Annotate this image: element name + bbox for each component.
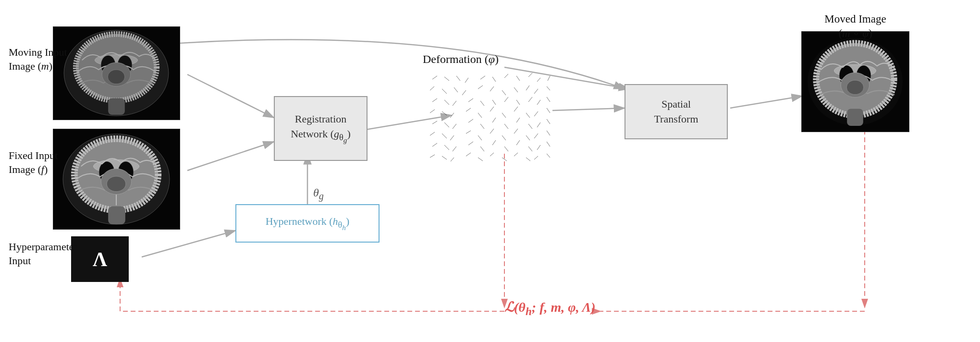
svg-line-49	[430, 86, 434, 90]
diagram-container: Moving Input Image (m) Fixed Input Image…	[0, 0, 980, 342]
svg-line-10	[142, 231, 235, 257]
svg-line-50	[442, 89, 447, 94]
svg-line-114	[547, 142, 550, 147]
svg-line-78	[514, 107, 518, 111]
svg-line-84	[453, 124, 456, 129]
svg-line-56	[514, 87, 518, 92]
svg-line-42	[480, 76, 485, 79]
svg-line-86	[480, 124, 484, 129]
svg-line-119	[478, 158, 483, 161]
svg-line-83	[444, 122, 449, 127]
svg-line-43	[492, 77, 496, 82]
svg-line-100	[514, 129, 518, 134]
svg-line-39	[444, 77, 449, 81]
svg-line-81	[547, 108, 550, 113]
svg-line-101	[526, 135, 530, 140]
svg-line-102	[534, 134, 538, 138]
svg-rect-23	[108, 98, 125, 115]
svg-line-95	[450, 135, 454, 140]
svg-line-55	[502, 90, 506, 95]
svg-line-97	[478, 135, 482, 140]
svg-rect-35	[108, 206, 125, 224]
svg-line-48	[548, 76, 550, 81]
svg-line-115	[430, 155, 435, 158]
svg-line-104	[432, 143, 437, 147]
svg-line-116	[442, 156, 447, 159]
svg-line-47	[537, 78, 540, 82]
svg-line-82	[432, 121, 437, 124]
brain-mri-moving	[53, 27, 180, 120]
svg-line-70	[547, 97, 550, 102]
svg-line-88	[504, 124, 508, 129]
svg-line-46	[528, 73, 532, 77]
svg-line-80	[534, 111, 538, 116]
svg-line-51	[454, 87, 458, 92]
svg-line-58	[534, 89, 538, 94]
svg-line-77	[502, 113, 506, 118]
svg-line-53	[478, 86, 483, 89]
svg-line-73	[450, 113, 454, 118]
svg-line-120	[490, 153, 494, 156]
svg-line-108	[480, 147, 484, 151]
svg-line-52	[462, 90, 466, 95]
svg-line-62	[453, 101, 456, 106]
svg-line-74	[466, 108, 471, 111]
svg-line-94	[442, 134, 447, 138]
svg-line-113	[537, 145, 540, 150]
svg-point-37	[107, 176, 126, 192]
moving-input-label: Moving Input Image (m)	[9, 46, 67, 73]
svg-line-110	[504, 147, 508, 151]
svg-line-125	[547, 154, 550, 158]
svg-line-4	[187, 142, 274, 171]
svg-line-57	[526, 86, 529, 90]
svg-line-121	[502, 158, 507, 161]
svg-line-79	[526, 113, 530, 118]
moving-input-image	[53, 26, 180, 120]
svg-line-99	[502, 135, 506, 140]
hyperparameter-label: Hyperparameter Input	[9, 240, 77, 268]
svg-line-122	[514, 153, 518, 156]
svg-line-67	[516, 100, 520, 105]
svg-line-91	[537, 122, 540, 127]
svg-line-72	[442, 111, 447, 115]
svg-point-135	[846, 80, 864, 95]
deformation-label: Deformation (φ)	[423, 52, 499, 67]
moved-image-label: Moved Image (m ∘ φ)	[801, 12, 909, 41]
svg-line-98	[490, 129, 494, 134]
svg-line-93	[430, 132, 435, 135]
svg-line-112	[528, 147, 532, 151]
svg-line-60	[432, 98, 437, 102]
svg-line-54	[490, 86, 494, 91]
fixed-input-image	[53, 129, 180, 230]
svg-line-65	[492, 100, 496, 105]
svg-line-118	[466, 153, 471, 156]
svg-line-66	[504, 97, 508, 102]
svg-line-124	[534, 156, 538, 159]
svg-line-45	[516, 76, 520, 81]
svg-line-71	[430, 110, 435, 113]
moved-image	[801, 31, 909, 132]
fixed-input-label: Fixed Input Image (f)	[9, 149, 58, 176]
svg-line-85	[468, 119, 473, 122]
spatial-transform-box: Spatial Transform	[625, 84, 728, 139]
svg-line-40	[456, 76, 460, 81]
svg-line-109	[492, 140, 496, 145]
svg-line-68	[528, 97, 532, 102]
svg-line-75	[478, 113, 482, 118]
svg-line-105	[444, 145, 449, 150]
svg-line-111	[516, 140, 520, 145]
svg-line-123	[526, 158, 530, 161]
svg-line-107	[468, 142, 473, 145]
registration-network-box: Registration Network (gθg)	[274, 96, 368, 161]
svg-line-117	[451, 158, 454, 161]
svg-line-103	[547, 131, 550, 135]
svg-line-59	[547, 86, 550, 90]
svg-line-63	[468, 98, 473, 102]
brain-mri-fixed	[53, 129, 180, 229]
svg-line-96	[466, 131, 471, 134]
loss-function-text: ℒ(θh; f, m, φ, Λ)	[504, 299, 596, 318]
svg-line-41	[465, 78, 468, 83]
hypernetwork-box: Hypernetwork (hθh)	[235, 204, 380, 243]
svg-line-64	[480, 101, 484, 106]
svg-line-3	[187, 74, 274, 118]
